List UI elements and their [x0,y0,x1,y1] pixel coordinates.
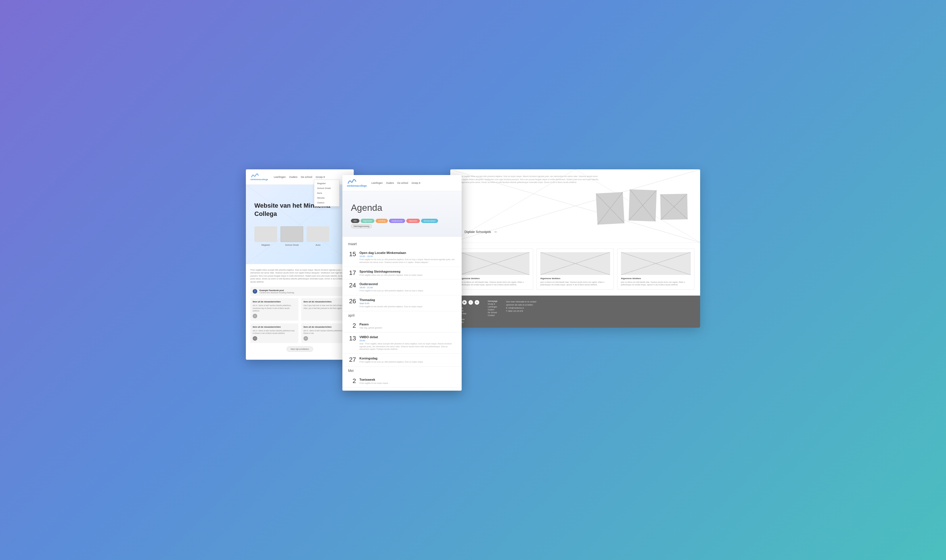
event-desc: Proin sagittis te luis susc pc nibh phar… [360,289,456,292]
twitter-social-icon[interactable]: t [468,300,473,305]
card-img-3 [621,252,691,275]
card-text-1: qner ou libera unt velit blandit vitae. … [460,281,529,286]
schoolgmail-box [281,226,303,242]
event-details: VMBO debat20:00Aula - Proin sagittis, te… [360,335,456,351]
month-header-Mei: Mei [343,366,461,375]
aura-box [307,226,329,242]
quick-link-magister[interactable]: Magister [255,226,277,246]
card-1: Algemene blokken qner ou libera unt veli… [456,249,533,290]
arrow-right-icon: → [494,229,497,234]
card-title-3: Algemene blokken [621,277,691,280]
event-row: 26ThemadagStart 9:00Proin sagittis te lu… [343,295,461,311]
nav-deschool[interactable]: De school [301,175,312,178]
event-title[interactable]: Open dag Locatie Minkemalaan [360,251,456,254]
footer-link-homepage[interactable]: Homepage [488,300,497,302]
event-details: ToetsweekProin sagittis te luis turpis n… [360,378,456,385]
event-details: PasenVrije dag, geheel gesloten [360,323,456,329]
event-day: 26 [348,298,356,305]
event-title[interactable]: Pasen [360,323,456,326]
logo2[interactable]: minkemacollege [347,178,367,188]
event-time: Start 9:00 [360,302,456,305]
event-day: 17 [348,270,356,276]
schoolgmail-label: School Gmail [285,244,299,246]
card-text-2: qner ou libera unt velit blandit vitae. … [540,281,610,286]
footer-link-leerlingen[interactable]: Leerlingen [488,306,497,308]
nav2-ouders[interactable]: Ouders [386,182,394,185]
footer-link-deschool[interactable]: De School [488,311,497,314]
nav2-leerlingen[interactable]: Leerlingen [371,182,383,185]
event-desc: Aula - Proin sagittis, tellus suscipit n… [360,342,456,351]
screen3-wireframe: Proin sagittis tellus suscipit nibh phar… [450,169,700,328]
screen2-nav: minkemacollege Leerlingen Ouders De scho… [343,175,461,191]
card-img-2 [540,252,610,275]
card-3: Algemene blokken qner ou libera unt veli… [617,249,694,290]
screen2-nav-links: Leerlingen Ouders De school Groep 8 [371,182,420,185]
news-item-2: Item uit de nieuwsberichten Like if you … [301,298,349,320]
chip-leerling[interactable]: Leerling [376,219,388,223]
avatar-t: t [253,336,257,341]
card-text-3: qner ou libera unt velit blandit vitae. … [621,281,691,286]
linkedin-social-icon[interactable]: in [475,300,479,305]
nav2-deschool[interactable]: De school [398,182,408,185]
chip-vakanties[interactable]: Vakanties [406,219,420,223]
nav2-groep8[interactable]: Groep 8 [411,182,420,185]
youtube-social-icon[interactable]: ▶ [462,300,467,305]
event-day: 2 [348,378,356,384]
event-title[interactable]: Themadag [360,298,456,302]
month-header-april: april [343,311,461,320]
nav-leerlingen[interactable]: Leerlingen [274,175,285,178]
event-title[interactable]: Koningsdag [360,357,456,360]
event-title[interactable]: Ouderavond [360,282,456,286]
quick-link-aura[interactable]: Aura [307,226,329,246]
nav-ouders[interactable]: Ouders [289,175,298,178]
event-row: 2ToetsweekProin sagittis te luis turpis … [343,375,461,388]
fb-post-title: Example Facebook post [259,289,294,292]
footer-email[interactable]: E: info@minkema.nl [506,307,524,309]
event-title[interactable]: VMBO debat [360,335,456,339]
logo-text: minkemacollege [250,178,268,181]
month-header-maart: maart [343,240,461,248]
chip-steinhagen[interactable]: Steinhagenseweg [351,224,372,228]
chip-nieuw[interactable]: Nieuwmalaan [421,219,438,223]
dropdown-item-osetco[interactable]: Osetco [314,200,339,205]
event-desc: Proin sagittis tellus susc pc nibh phare… [360,274,456,277]
event-row: 13VMBO debat20:00Aula - Proin sagittis, … [343,332,461,354]
footer-link-ouders[interactable]: Ouders [488,309,497,311]
nav-groep8[interactable]: Groep 8 [316,175,325,178]
agenda-events: maart15Open dag Locatie Minkemalaan10:00… [343,237,461,391]
event-details: KoningsdagProin sagittis te luis susc pc… [360,357,456,363]
event-details: ThemadagStart 9:00Proin sagittis te luis… [360,298,456,308]
footer-link-groep8[interactable]: Groep 8 [488,303,497,305]
card-title-2: Algemene blokken [540,277,610,280]
screen2-hero: Agenda Alle Algemeen Leerling Ouderavond… [343,191,461,237]
event-details: Sportdag SteinhagensewegProin sagittis t… [360,270,456,277]
dropdown-item-schoolgmail[interactable]: School Gmail [314,186,339,191]
logo[interactable]: minkemacollege [250,173,268,181]
avatar-n: n [253,314,257,318]
event-title[interactable]: Toetsweek [360,378,456,381]
dropdown-item-aura[interactable]: Aura [314,191,339,195]
quick-link-schoolgmail[interactable]: School Gmail [281,226,303,246]
news-item-3: Item uit de nieuwsberichten oirc k: i be… [250,323,298,343]
cards-row: Algemene blokken qner ou libera unt veli… [450,243,700,295]
event-day: 15 [348,251,356,257]
digitale-schoolgids-link[interactable]: Digitale Schoolgids → [459,227,691,237]
event-day: 13 [348,335,356,342]
chip-algemeen[interactable]: Algemeen [361,219,375,223]
footer-phone[interactable]: T: 0800 123 45 678 [506,310,523,312]
more-articles-button[interactable]: Meer kijk al Artikelen [287,346,313,352]
card-2: Algemene blokken qner ou libera unt veli… [537,249,614,290]
quick-links: Magister School Gmail Aura [255,226,345,246]
event-day: 2 [348,323,356,329]
chip-all[interactable]: Alle [351,219,360,223]
event-row: 2PasenVrije dag, geheel gesloten [343,320,461,332]
dropdown-item-nieuws[interactable]: Nieuws [314,195,339,200]
magister-label: Magister [261,244,270,246]
footer-link-contact[interactable]: Contact [488,314,497,316]
screen3-top-section: Proin sagittis tellus suscipit nibh phar… [450,169,700,243]
event-title[interactable]: Sportdag Steinhagenseweg [360,270,456,273]
aura-label: Aura [316,244,321,246]
dropdown-item-magister[interactable]: Magister [314,181,339,186]
chip-ouderavond[interactable]: Ouderavond [389,219,405,223]
screen2-agenda: minkemacollege Leerlingen Ouders De scho… [343,175,461,391]
